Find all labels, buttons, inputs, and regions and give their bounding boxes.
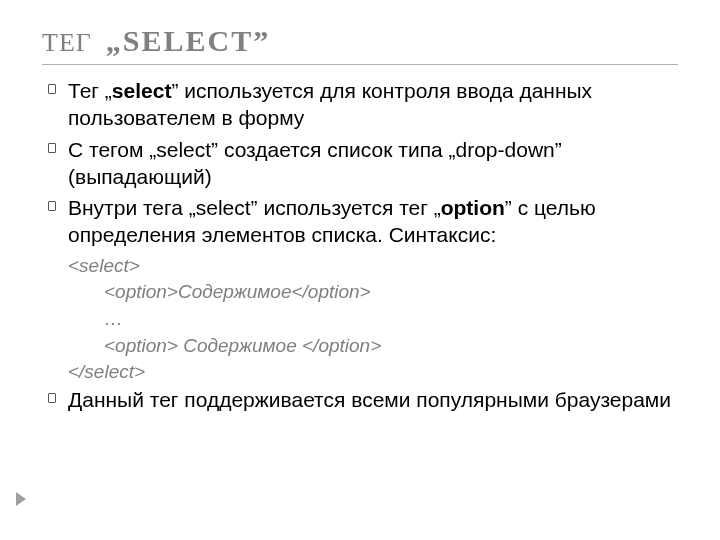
body-list-2: Данный тег поддерживается всеми популярн… (42, 386, 678, 413)
bullet-1: Тег „select” используется для контроля в… (42, 77, 678, 132)
bullet-2: С тегом „select” создается список типа „… (42, 136, 678, 191)
accent-triangle-icon (16, 492, 26, 506)
slide: ТЕГ „SELECT” Тег „select” используется д… (0, 0, 720, 437)
code-line-2: <option>Содержимое</option> (42, 279, 678, 306)
title-main: „SELECT” (106, 24, 270, 58)
code-line-3: … (42, 306, 678, 333)
body-list: Тег „select” используется для контроля в… (42, 77, 678, 249)
title-rule (42, 64, 678, 65)
bullet-4: Данный тег поддерживается всеми популярн… (42, 386, 678, 413)
slide-title: ТЕГ „SELECT” (42, 24, 678, 58)
code-line-4: <option> Содержимое </option> (42, 333, 678, 360)
bullet-3: Внутри тега „select” используется тег „o… (42, 194, 678, 249)
code-line-1: <select> (42, 253, 678, 280)
title-prefix: ТЕГ (42, 28, 92, 58)
code-line-5: </select> (42, 359, 678, 386)
